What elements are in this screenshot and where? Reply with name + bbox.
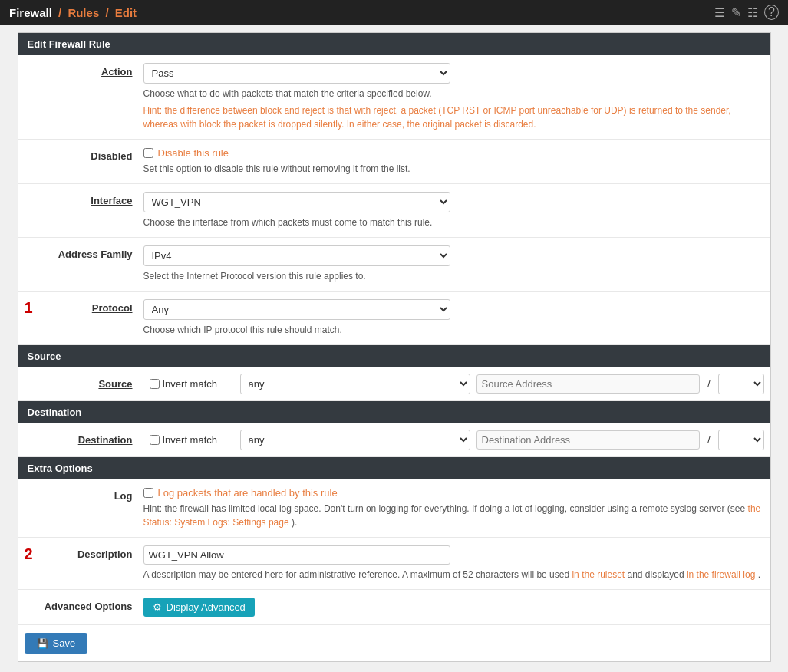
source-network-select[interactable]: any Single host or alias Network WAN net… (240, 374, 470, 394)
disabled-checkbox[interactable] (143, 148, 153, 158)
disabled-label-text: Disabled (91, 150, 132, 162)
description-row: 2 Description A description may be enter… (18, 538, 770, 590)
source-cidr-select[interactable]: 8 16 24 32 (718, 374, 764, 394)
desc-help-link2[interactable]: in the firewall log (687, 569, 755, 580)
breadcrumb-rules[interactable]: Rules (68, 6, 99, 19)
source-label-link[interactable]: Source (98, 378, 132, 390)
source-row: Source Invert match any Single host or a… (18, 367, 770, 401)
description-label: Description (25, 545, 143, 560)
log-checkbox-label[interactable]: Log packets that are handled by this rul… (143, 487, 764, 499)
topbar: Firewall / Rules / Edit ☰ ✎ ☷ ? (0, 0, 788, 25)
destination-section-title: Destination (28, 407, 82, 418)
source-section-title: Source (28, 351, 61, 362)
destination-label-link[interactable]: Destination (78, 434, 133, 446)
destination-label: Destination (25, 434, 143, 446)
edit-firewall-rule-panel: Edit Firewall Rule Action Pass Block Rej… (18, 32, 771, 662)
source-section-header: Source (18, 345, 770, 367)
destination-invert-checkbox[interactable] (150, 435, 160, 445)
destination-slash: / (706, 434, 712, 446)
action-help2: Hint: the difference between block and r… (143, 104, 764, 131)
interface-row: Interface WGT_VPN Choose the interface f… (18, 184, 770, 238)
log-hint: Hint: the firewall has limited local log… (143, 502, 764, 529)
disabled-help: Set this option to disable this rule wit… (143, 162, 764, 176)
protocol-select[interactable]: Any TCP UDP TCP/UDP ICMP (143, 299, 450, 320)
log-row: Log Log packets that are handled by this… (18, 479, 770, 538)
protocol-label: Protocol (25, 299, 143, 314)
source-invert-label: Invert match (163, 378, 218, 390)
source-slash: / (706, 378, 712, 390)
log-hint-text1: Hint: the firewall has limited local log… (143, 503, 746, 514)
description-help: A description may be entered here for ad… (143, 568, 764, 581)
disabled-label: Disabled (25, 147, 143, 162)
protocol-content: Any TCP UDP TCP/UDP ICMP Choose which IP… (143, 299, 764, 337)
extra-options-section-title: Extra Options (28, 463, 93, 474)
desc-help-text3: . (758, 569, 760, 580)
description-badge: 2 (25, 545, 33, 563)
destination-invert-check: Invert match (150, 434, 234, 446)
disabled-content: Disable this rule Set this option to dis… (143, 147, 764, 176)
destination-address-input[interactable] (476, 430, 700, 450)
interface-select[interactable]: WGT_VPN (143, 192, 450, 212)
destination-section-header: Destination (18, 401, 770, 423)
address-family-label-link[interactable]: Address Family (58, 249, 133, 260)
disabled-checkbox-text: Disable this rule (158, 147, 229, 159)
description-label-text: Description (77, 548, 133, 560)
protocol-label-link[interactable]: Protocol (92, 302, 133, 314)
bars-icon[interactable]: ☰ (714, 5, 725, 20)
action-label: Action (25, 63, 143, 77)
chart-icon[interactable]: ✎ (731, 5, 741, 20)
advanced-options-row: Advanced Options Display Advanced (18, 590, 770, 625)
disabled-row: Disabled Disable this rule Set this opti… (18, 140, 770, 184)
advanced-options-label-text: Advanced Options (45, 601, 133, 612)
action-content: Pass Block Reject Choose what to do with… (143, 63, 764, 131)
address-family-help: Select the Internet Protocol version thi… (143, 269, 764, 283)
protocol-help: Choose which IP protocol this rule shoul… (143, 323, 764, 337)
source-invert-check: Invert match (150, 378, 234, 390)
log-checkbox-text: Log packets that are handled by this rul… (158, 487, 338, 499)
address-family-select[interactable]: IPv4 IPv6 IPv4+IPv6 (143, 245, 450, 266)
description-input[interactable] (143, 545, 450, 565)
destination-invert-label: Invert match (163, 434, 218, 446)
breadcrumb-firewall[interactable]: Firewall (9, 6, 52, 19)
gear-icon (153, 601, 162, 613)
save-button[interactable]: Save (25, 633, 88, 654)
log-hint-text2: ). (292, 517, 297, 528)
address-family-content: IPv4 IPv6 IPv4+IPv6 Select the Internet … (143, 245, 764, 283)
display-advanced-label: Display Advanced (167, 601, 246, 613)
advanced-options-content: Display Advanced (143, 598, 764, 617)
panel-header: Edit Firewall Rule (18, 33, 770, 55)
topbar-icons: ☰ ✎ ☷ ? (714, 5, 779, 20)
help-icon[interactable]: ? (764, 5, 779, 20)
destination-cidr-select[interactable]: 8 16 24 32 (718, 430, 764, 450)
action-row: Action Pass Block Reject Choose what to … (18, 55, 770, 140)
breadcrumb: Firewall / Rules / Edit (9, 6, 137, 19)
destination-network-select[interactable]: any Single host or alias Network WAN net… (240, 430, 470, 450)
disabled-checkbox-label[interactable]: Disable this rule (143, 147, 764, 159)
save-icon (37, 637, 48, 649)
display-advanced-button[interactable]: Display Advanced (143, 598, 255, 617)
interface-label-link[interactable]: Interface (91, 195, 132, 206)
action-help1: Choose what to do with packets that matc… (143, 87, 764, 100)
action-label-link[interactable]: Action (101, 66, 132, 77)
address-family-row: Address Family IPv4 IPv6 IPv4+IPv6 Selec… (18, 238, 770, 292)
main-content: Edit Firewall Rule Action Pass Block Rej… (7, 25, 782, 670)
source-label: Source (25, 378, 143, 390)
source-invert-checkbox[interactable] (150, 379, 160, 389)
slash1: / (58, 6, 61, 19)
action-select[interactable]: Pass Block Reject (143, 63, 450, 84)
desc-help-text1: A description may be entered here for ad… (143, 569, 570, 580)
extra-options-section-header: Extra Options (18, 457, 770, 479)
description-content: A description may be entered here for ad… (143, 545, 764, 581)
address-family-label: Address Family (25, 245, 143, 260)
table-icon[interactable]: ☷ (747, 5, 758, 20)
slash2: / (105, 6, 108, 19)
desc-help-link1[interactable]: in the ruleset (572, 569, 625, 580)
desc-help-text2: and displayed (628, 569, 684, 580)
source-address-input[interactable] (476, 374, 700, 394)
interface-help: Choose the interface from which packets … (143, 216, 764, 229)
interface-content: WGT_VPN Choose the interface from which … (143, 192, 764, 229)
log-label: Log (25, 487, 143, 502)
log-checkbox[interactable] (143, 488, 153, 498)
panel-title: Edit Firewall Rule (28, 38, 110, 50)
log-content: Log packets that are handled by this rul… (143, 487, 764, 529)
